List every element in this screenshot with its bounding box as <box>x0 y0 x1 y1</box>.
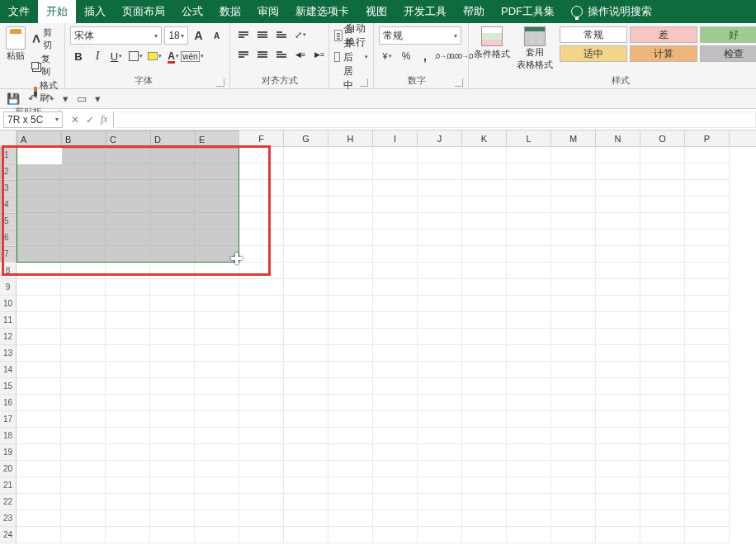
decrease-indent-button[interactable]: ◀≡ <box>292 46 309 63</box>
cell[interactable] <box>418 213 462 230</box>
cell[interactable] <box>195 510 239 527</box>
menu-tab-4[interactable]: 公式 <box>173 0 211 23</box>
cell[interactable] <box>106 345 150 362</box>
row-header[interactable]: 1 <box>0 147 17 164</box>
cell[interactable] <box>284 230 328 246</box>
cell[interactable] <box>106 477 150 494</box>
column-header[interactable]: L <box>507 130 551 146</box>
cell[interactable] <box>17 428 61 444</box>
cell[interactable] <box>17 527 61 543</box>
cell[interactable] <box>596 527 640 543</box>
cell[interactable] <box>195 411 239 428</box>
cell[interactable] <box>462 362 507 378</box>
cell[interactable] <box>551 213 596 230</box>
worksheet[interactable]: ABCDEFGHIJKLMNOP 12345678910111213141516… <box>0 130 756 545</box>
cell[interactable] <box>462 444 507 461</box>
cell[interactable] <box>150 180 195 197</box>
cell[interactable] <box>150 510 195 527</box>
cell[interactable] <box>373 461 418 477</box>
cell[interactable] <box>685 411 730 428</box>
cell[interactable] <box>373 444 418 461</box>
cell[interactable] <box>373 263 418 279</box>
cell[interactable] <box>418 230 462 246</box>
cell[interactable] <box>373 246 418 263</box>
cell[interactable] <box>195 213 239 230</box>
cell-grid[interactable] <box>17 147 756 545</box>
cell[interactable] <box>640 510 685 527</box>
menu-tab-11[interactable]: PDF工具集 <box>493 0 563 23</box>
column-header[interactable]: F <box>239 130 284 146</box>
cell[interactable] <box>373 494 418 510</box>
cell[interactable] <box>418 428 462 444</box>
cell[interactable] <box>150 345 195 362</box>
cell[interactable] <box>106 329 150 345</box>
cell[interactable] <box>551 510 596 527</box>
cell[interactable] <box>239 428 284 444</box>
cell[interactable] <box>195 312 239 329</box>
cell[interactable] <box>373 510 418 527</box>
cell[interactable] <box>596 411 640 428</box>
enter-formula-button[interactable]: ✓ <box>86 114 94 126</box>
cell[interactable] <box>685 444 730 461</box>
cell[interactable] <box>328 180 373 197</box>
cell-styles-gallery[interactable]: 常规 差 好 适中 计算 检查 <box>560 26 756 62</box>
border-button[interactable]: ▾ <box>127 48 144 64</box>
cell[interactable] <box>507 345 551 362</box>
cell[interactable] <box>462 230 507 246</box>
row-header[interactable]: 12 <box>0 329 17 345</box>
cell[interactable] <box>462 312 507 329</box>
cell[interactable] <box>507 147 551 164</box>
cell[interactable] <box>150 329 195 345</box>
column-header[interactable]: B <box>61 130 106 149</box>
cell[interactable] <box>551 345 596 362</box>
cell[interactable] <box>507 279 551 296</box>
row-header[interactable]: 24 <box>0 527 17 543</box>
cell[interactable] <box>551 147 596 164</box>
increase-indent-button[interactable]: ▶≡ <box>311 46 328 63</box>
cell[interactable] <box>418 444 462 461</box>
cell[interactable] <box>551 477 596 494</box>
cell[interactable] <box>551 378 596 395</box>
row-header[interactable]: 9 <box>0 279 17 296</box>
cell[interactable] <box>61 180 106 197</box>
cell[interactable] <box>596 477 640 494</box>
cell[interactable] <box>150 312 195 329</box>
cell[interactable] <box>596 296 640 312</box>
cell[interactable] <box>195 263 239 279</box>
cell[interactable] <box>551 428 596 444</box>
cell[interactable] <box>462 345 507 362</box>
cell[interactable] <box>596 378 640 395</box>
cell[interactable] <box>150 411 195 428</box>
row-header[interactable]: 14 <box>0 362 17 378</box>
cell[interactable] <box>418 312 462 329</box>
cell[interactable] <box>17 477 61 494</box>
cell[interactable] <box>150 477 195 494</box>
style-neutral[interactable]: 适中 <box>560 45 627 62</box>
cell[interactable] <box>106 296 150 312</box>
cell[interactable] <box>685 395 730 411</box>
row-header[interactable]: 21 <box>0 477 17 494</box>
cell[interactable] <box>328 362 373 378</box>
cell[interactable] <box>640 378 685 395</box>
cell[interactable] <box>106 197 150 213</box>
cell[interactable] <box>462 164 507 180</box>
cell[interactable] <box>195 494 239 510</box>
row-header[interactable]: 15 <box>0 378 17 395</box>
cell[interactable] <box>328 279 373 296</box>
accounting-format-button[interactable]: ¥▾ <box>379 48 395 64</box>
cell[interactable] <box>685 477 730 494</box>
column-header[interactable]: P <box>685 130 730 146</box>
row-header[interactable]: 4 <box>0 197 17 213</box>
align-middle-button[interactable] <box>254 26 271 43</box>
column-header[interactable]: K <box>462 130 507 146</box>
cell[interactable] <box>195 395 239 411</box>
cell[interactable] <box>195 279 239 296</box>
cell[interactable] <box>551 197 596 213</box>
cell[interactable] <box>61 395 106 411</box>
column-header[interactable]: A <box>17 130 61 149</box>
tell-me-search[interactable]: 操作说明搜索 <box>563 0 660 23</box>
cell[interactable] <box>373 527 418 543</box>
cell[interactable] <box>328 477 373 494</box>
cell[interactable] <box>328 428 373 444</box>
cell[interactable] <box>328 213 373 230</box>
